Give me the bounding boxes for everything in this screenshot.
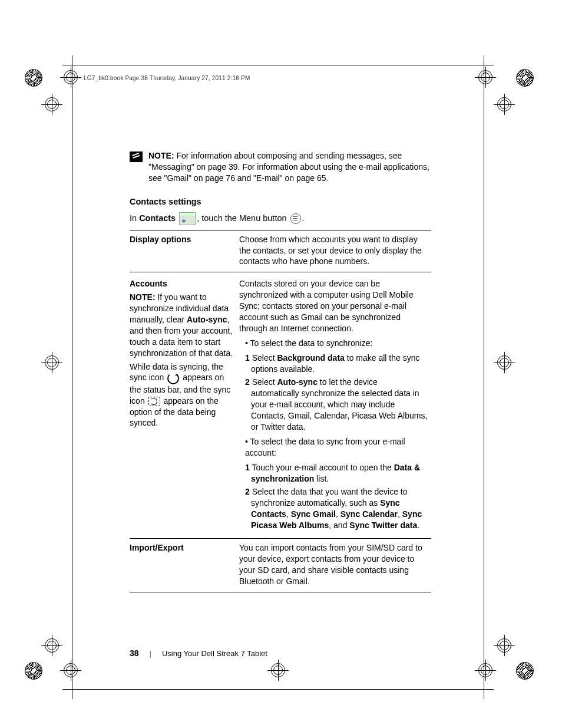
print-mark-disc bbox=[516, 69, 534, 87]
page-scan: LG7_bk0.book Page 38 Thursday, January 2… bbox=[29, 56, 533, 699]
print-mark-disc bbox=[25, 662, 42, 680]
print-mark-disc bbox=[516, 662, 534, 680]
sync-option-icon bbox=[148, 397, 160, 406]
registration-mark bbox=[45, 97, 59, 111]
row-import-export: Import/Export You can import contacts fr… bbox=[130, 539, 431, 592]
accounts-note: NOTE: If you want to synchronize individ… bbox=[130, 292, 236, 358]
row-title: Display options bbox=[130, 235, 191, 244]
note-body: For information about composing and send… bbox=[148, 151, 429, 183]
registration-mark bbox=[64, 663, 78, 677]
registration-mark bbox=[45, 355, 59, 370]
registration-mark bbox=[497, 638, 511, 653]
row-desc: You can import contacts from your SIM/SD… bbox=[239, 539, 431, 592]
step-2b: 2 Select the data that you want the devi… bbox=[245, 486, 428, 531]
menu-button-icon bbox=[290, 213, 301, 224]
accounts-sync-note: While data is syncing, the sync icon app… bbox=[130, 361, 236, 429]
registration-mark bbox=[497, 97, 511, 111]
print-mark-disc bbox=[25, 69, 42, 87]
registration-mark bbox=[45, 638, 59, 653]
registration-mark bbox=[478, 663, 492, 677]
running-header: LG7_bk0.book Page 38 Thursday, January 2… bbox=[84, 75, 250, 81]
row-accounts: Accounts NOTE: If you want to synchroniz… bbox=[130, 272, 431, 539]
row-desc: Choose from which accounts you want to d… bbox=[239, 230, 431, 272]
contacts-app-icon bbox=[179, 212, 196, 225]
note-text: NOTE: For information about composing an… bbox=[148, 150, 431, 184]
bullet: To select the data to synchronize: bbox=[245, 338, 428, 349]
step-2: 2 Select Auto-sync to let the device aut… bbox=[245, 377, 428, 432]
note-icon bbox=[130, 151, 143, 162]
footer-separator: | bbox=[150, 649, 151, 658]
accounts-desc: Contacts stored on your device can be sy… bbox=[239, 278, 428, 334]
page-content: NOTE: For information about composing an… bbox=[130, 150, 431, 592]
row-display-options: Display options Choose from which accoun… bbox=[130, 230, 431, 272]
intro-line: In Contacts , touch the Menu button . bbox=[130, 212, 431, 225]
registration-mark bbox=[497, 355, 511, 370]
footer-text: Using Your Dell Streak 7 Tablet bbox=[162, 649, 267, 658]
row-title: Accounts bbox=[130, 278, 236, 289]
section-heading: Contacts settings bbox=[130, 197, 431, 206]
settings-table: Display options Choose from which accoun… bbox=[130, 230, 431, 592]
note-block: NOTE: For information about composing an… bbox=[130, 150, 431, 184]
step-1b: 1 Touch your e-mail account to open the … bbox=[245, 462, 428, 485]
page-footer: 38 | Using Your Dell Streak 7 Tablet bbox=[130, 648, 267, 658]
note-label: NOTE: bbox=[148, 151, 174, 160]
registration-mark bbox=[478, 70, 492, 84]
registration-mark bbox=[271, 663, 285, 677]
bullet: To select the data to sync from your e-m… bbox=[245, 436, 428, 459]
page-number: 38 bbox=[130, 648, 139, 658]
step-1: 1 Select Background data to make all the… bbox=[245, 353, 428, 375]
row-title: Import/Export bbox=[130, 543, 184, 552]
sync-statusbar-icon bbox=[167, 373, 179, 384]
registration-mark bbox=[64, 70, 78, 84]
